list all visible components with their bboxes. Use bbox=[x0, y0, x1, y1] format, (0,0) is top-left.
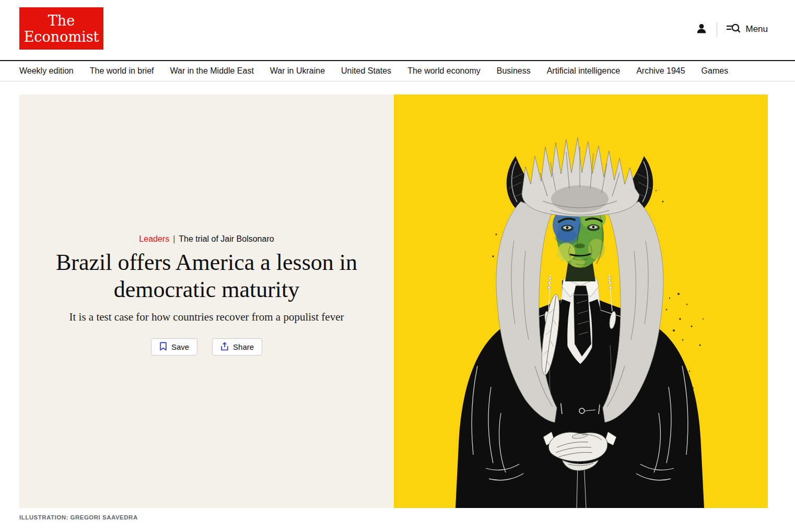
search-menu-icon bbox=[726, 22, 741, 37]
hero-section: Leaders|The trial of Jair Bolsonaro Braz… bbox=[19, 94, 768, 508]
menu-label: Menu bbox=[745, 24, 768, 34]
article-headline[interactable]: Brazil offers America a lesson in democr… bbox=[48, 249, 366, 303]
save-label: Save bbox=[171, 342, 189, 351]
menu-button[interactable]: Menu bbox=[726, 22, 768, 37]
nav-item-games[interactable]: Games bbox=[702, 66, 729, 76]
share-button[interactable]: Share bbox=[212, 338, 262, 356]
article-actions: Save Share bbox=[19, 338, 394, 356]
account-icon bbox=[695, 22, 708, 37]
share-label: Share bbox=[233, 342, 254, 351]
header-divider bbox=[717, 22, 717, 37]
account-button[interactable] bbox=[695, 22, 708, 37]
nav-item-archive-1945[interactable]: Archive 1945 bbox=[636, 66, 685, 76]
eyebrow-separator: | bbox=[173, 234, 175, 243]
share-icon bbox=[220, 342, 229, 352]
header-actions: Menu bbox=[695, 20, 768, 39]
nav-item-war-middle-east[interactable]: War in the Middle East bbox=[170, 66, 253, 76]
hero-article-panel: Leaders|The trial of Jair Bolsonaro Braz… bbox=[19, 94, 394, 508]
article-topic: The trial of Jair Bolsonaro bbox=[179, 234, 274, 243]
bookmark-icon bbox=[159, 342, 167, 352]
economist-logo[interactable]: The Economist bbox=[19, 7, 103, 50]
nav-item-war-ukraine[interactable]: War in Ukraine bbox=[270, 66, 325, 76]
nav-item-weekly-edition[interactable]: Weekly edition bbox=[19, 66, 74, 76]
article-eyebrow: Leaders|The trial of Jair Bolsonaro bbox=[19, 234, 394, 244]
bolsonaro-illustration bbox=[394, 94, 768, 508]
article-subtitle: It is a test case for how countries reco… bbox=[19, 310, 394, 324]
nav-item-business[interactable]: Business bbox=[497, 66, 531, 76]
primary-navigation: Weekly edition The world in brief War in… bbox=[0, 60, 795, 81]
save-button[interactable]: Save bbox=[151, 338, 197, 356]
logo-line1: The bbox=[48, 13, 75, 29]
nav-item-world-in-brief[interactable]: The world in brief bbox=[90, 66, 154, 76]
nav-item-artificial-intelligence[interactable]: Artificial intelligence bbox=[547, 66, 621, 76]
nav-item-united-states[interactable]: United States bbox=[341, 66, 391, 76]
logo-line2: Economist bbox=[24, 29, 99, 45]
hero-illustration[interactable] bbox=[394, 94, 768, 508]
section-link[interactable]: Leaders bbox=[139, 234, 169, 243]
nav-item-world-economy[interactable]: The world economy bbox=[407, 66, 481, 76]
illustration-credit: ILLUSTRATION: GREGORI SAAVEDRA bbox=[19, 514, 138, 521]
